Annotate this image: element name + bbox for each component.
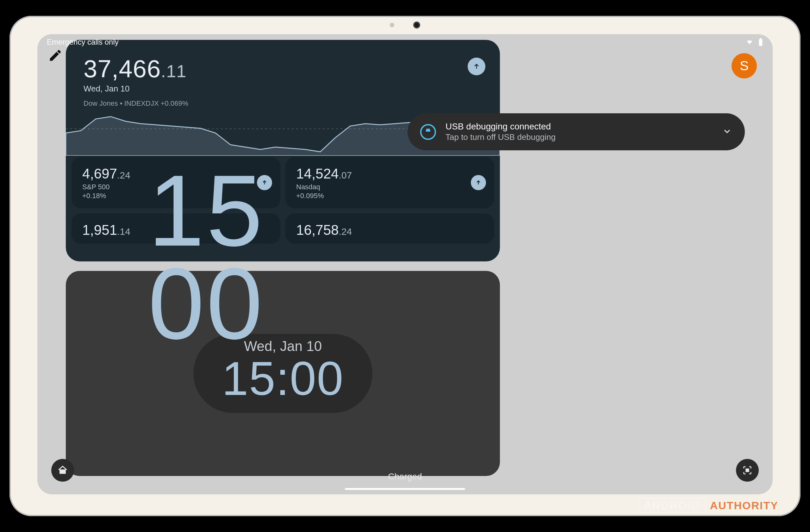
usb-debug-notification[interactable]: USB debugging connected Tap to turn off … [407, 113, 745, 150]
edit-icon[interactable] [48, 48, 63, 64]
gesture-nav-handle[interactable] [345, 488, 465, 490]
watermark-brand: ANDROID [638, 498, 706, 513]
notification-title: USB debugging connected [446, 122, 713, 132]
tile-price-dec: .24 [339, 226, 352, 237]
wifi-icon [745, 38, 754, 46]
chevron-down-icon[interactable] [722, 126, 732, 138]
arrow-up-icon[interactable] [468, 58, 485, 75]
main-index-price: 37,466.11 [83, 54, 482, 83]
tile-price-int: 16,758 [296, 222, 339, 238]
finance-widget[interactable]: 37,466.11 Wed, Jan 10 Dow Jones • INDEXD… [66, 40, 500, 261]
tile-change: +0.095% [296, 192, 484, 200]
clock-widget-time: 15:00 [222, 355, 344, 402]
finance-header: 37,466.11 Wed, Jan 10 Dow Jones • INDEXD… [66, 40, 500, 111]
front-camera [413, 21, 420, 29]
tile-price-int: 1,951 [82, 222, 117, 238]
svg-rect-1 [760, 38, 761, 39]
tile-price-dec: .14 [117, 226, 130, 237]
sensor-dot [390, 23, 394, 27]
clock-widget[interactable]: Wed, Jan 10 15:00 [66, 271, 500, 476]
notification-subtitle: Tap to turn off USB debugging [446, 132, 713, 142]
arrow-up-icon [471, 175, 486, 190]
avatar-initial: S [740, 58, 749, 74]
watermark-publisher: AUTHORITY [710, 499, 778, 512]
status-bar: Emergency calls only [37, 36, 773, 48]
watermark: ANDROID AUTHORITY [638, 498, 778, 513]
tile-price-dec: .24 [117, 170, 130, 180]
qr-scan-button[interactable] [736, 459, 759, 482]
status-icons [745, 38, 763, 46]
finance-tiles: 4,697.24 S&P 500 +0.18% 14,524.07 Nasdaq… [66, 157, 500, 244]
finance-subline: Dow Jones • INDEXDJX +0.069% [83, 99, 482, 108]
tile-name: Nasdaq [296, 183, 484, 191]
home-button[interactable] [51, 459, 74, 482]
tile-price-int: 4,697 [82, 166, 117, 181]
android-head-icon [420, 124, 436, 140]
price-int: 37,466 [83, 55, 161, 83]
lockscreen-minute: 00 [148, 257, 264, 350]
tile-nasdaq[interactable]: 14,524.07 Nasdaq +0.095% [286, 157, 494, 208]
lockscreen-hour: 15 [148, 164, 264, 257]
tile-price-int: 14,524 [296, 166, 339, 181]
battery-icon [758, 38, 763, 46]
network-status: Emergency calls only [47, 38, 119, 47]
lockscreen-clock: 15 00 [148, 164, 264, 350]
finance-date: Wed, Jan 10 [83, 84, 482, 94]
screen: Emergency calls only S 37,466.11 Wed, Ja… [37, 34, 773, 494]
avatar[interactable]: S [731, 53, 757, 79]
price-dec: .11 [161, 61, 187, 81]
tile-index-4[interactable]: 16,758.24 [286, 213, 494, 244]
notification-body: USB debugging connected Tap to turn off … [446, 122, 713, 142]
svg-rect-3 [746, 469, 749, 472]
tile-price-dec: .07 [339, 170, 352, 180]
svg-rect-0 [759, 39, 763, 46]
camera-bar [390, 21, 420, 29]
charge-status: Charged [388, 471, 422, 482]
